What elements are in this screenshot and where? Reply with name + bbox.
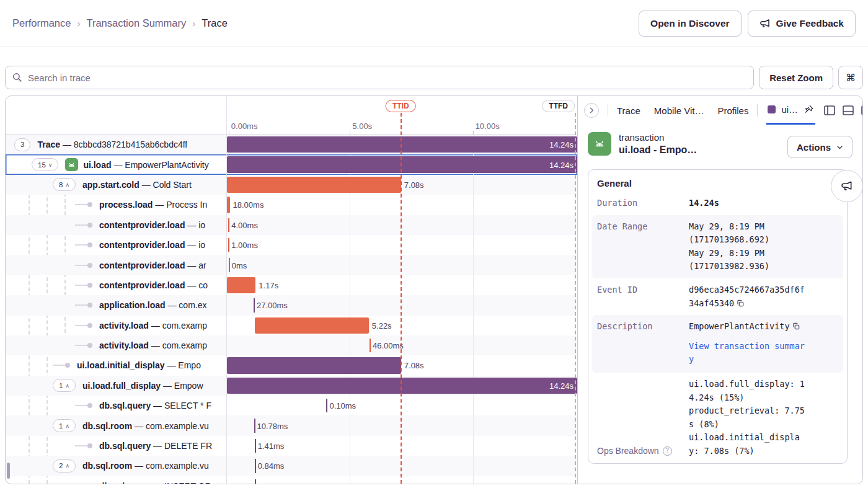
- trace-row-name[interactable]: 8∧app.start.cold — Cold Start: [6, 175, 227, 195]
- trace-row-name[interactable]: 2∧db.sql.room — com.example.vu: [6, 456, 227, 476]
- trace-row-name[interactable]: process.load — Process In: [6, 195, 227, 215]
- trace-row-name[interactable]: db.sql.query — DELETE FR: [6, 436, 227, 456]
- tab-ui-load-active[interactable]: ui…: [766, 96, 815, 125]
- span-desc: — com.ex: [166, 300, 207, 310]
- trace-row-name[interactable]: 1∧ui.load.full_display — Empow: [6, 376, 227, 396]
- trace-row[interactable]: contentprovider.load — io1.00ms: [6, 235, 577, 255]
- child-count-badge[interactable]: 1∧: [53, 379, 76, 392]
- span-duration-bar[interactable]: 14.24s: [227, 378, 577, 394]
- shortcut-button[interactable]: ⌘: [838, 66, 863, 89]
- breadcrumb-performance[interactable]: Performance: [12, 17, 71, 29]
- trace-row[interactable]: contentprovider.load — ar0ms: [6, 255, 577, 275]
- span-duration-tick[interactable]: [255, 479, 256, 484]
- trace-row-name[interactable]: db.sql.query — INSERT OR: [6, 476, 227, 484]
- span-duration-tick[interactable]: [254, 419, 255, 432]
- trace-row[interactable]: process.load — Process In18.00ms: [6, 195, 577, 215]
- span-duration-bar[interactable]: 14.24s: [227, 156, 577, 172]
- layout-left-icon[interactable]: [824, 105, 835, 115]
- pin-icon[interactable]: [804, 104, 814, 115]
- trace-row[interactable]: 3Trace — 8cbbcd38721b415ab6cbdc4ff14.24s: [6, 135, 577, 154]
- trace-row[interactable]: 8∧app.start.cold — Cold Start7.08s: [6, 175, 577, 195]
- help-icon[interactable]: ?: [663, 446, 672, 456]
- tab-profiles[interactable]: Profiles: [717, 105, 748, 116]
- general-card: General Duration14.24sDate RangeMay 29, …: [588, 169, 848, 464]
- chevron-up-icon: ∧: [65, 383, 69, 389]
- layout-right-icon[interactable]: [861, 105, 863, 115]
- child-count-badge[interactable]: 8∧: [53, 178, 76, 191]
- trace-row[interactable]: 15∨ui.load — EmpowerPlantActivity14.24s: [6, 154, 577, 174]
- trace-row-name[interactable]: activity.load — com.examp: [6, 316, 227, 335]
- span-description: process.load — Process In: [99, 200, 207, 210]
- trace-row-name[interactable]: ui.load.initial_display — Empo: [6, 355, 227, 375]
- tree-connector-line: [75, 285, 87, 286]
- trace-row-name[interactable]: 15∨ui.load — EmpowerPlantActivity: [6, 154, 227, 174]
- trace-row[interactable]: db.sql.query — SELECT * F0.10ms: [6, 396, 577, 415]
- span-duration-bar[interactable]: [227, 357, 401, 373]
- copy-icon[interactable]: [790, 321, 800, 331]
- feedback-float-button[interactable]: [831, 170, 863, 202]
- span-duration-tick[interactable]: [370, 339, 371, 352]
- span-duration-bar[interactable]: [227, 177, 401, 193]
- span-duration-bar[interactable]: [227, 277, 255, 293]
- span-desc: — co: [185, 280, 208, 290]
- kv-value-line: May 29, 8:19 PM: [689, 247, 806, 260]
- actions-button[interactable]: Actions: [787, 136, 852, 158]
- trace-row[interactable]: application.load — com.ex27.00ms: [6, 295, 577, 315]
- trace-row[interactable]: 1∧db.sql.room — com.example.vu10.78ms: [6, 415, 577, 435]
- span-op: db.sql.query: [99, 481, 151, 484]
- span-duration-tick[interactable]: [228, 218, 229, 232]
- trace-row-bar-cell: 18.00ms: [227, 195, 577, 215]
- trace-row[interactable]: 1∧ui.load.full_display — Empow14.24s: [6, 376, 577, 396]
- trace-row[interactable]: ui.load.initial_display — Empo7.08s: [6, 355, 577, 375]
- trace-row[interactable]: activity.load — com.examp46.00ms: [6, 335, 577, 355]
- tab-trace[interactable]: Trace: [617, 105, 640, 116]
- trace-row-name[interactable]: 3Trace — 8cbbcd38721b415ab6cbdc4ff: [6, 135, 227, 154]
- trace-row-name[interactable]: contentprovider.load — io: [6, 235, 227, 255]
- tree-connector-line: [75, 244, 87, 246]
- span-op: application.load: [99, 300, 166, 310]
- span-duration-tick[interactable]: [254, 298, 255, 312]
- trace-row[interactable]: 2∧db.sql.room — com.example.vu0.84ms: [6, 456, 577, 476]
- span-duration-tick[interactable]: [326, 399, 327, 412]
- child-count-badge[interactable]: 1∧: [53, 419, 76, 432]
- vertical-scrollbar-thumb[interactable]: [7, 463, 10, 479]
- breadcrumb-transaction-summary[interactable]: Transaction Summary: [86, 17, 186, 29]
- span-duration-bar[interactable]: [227, 197, 230, 213]
- span-op: contentprovider.load: [99, 220, 185, 230]
- view-transaction-summary-link[interactable]: View transaction summary: [689, 340, 806, 366]
- reset-zoom-button[interactable]: Reset Zoom: [759, 66, 833, 89]
- trace-row-bar-cell: 0.78: [227, 476, 577, 484]
- trace-row-name[interactable]: contentprovider.load — ar: [6, 255, 227, 275]
- child-count-badge[interactable]: 2∧: [53, 459, 76, 472]
- trace-row-name[interactable]: application.load — com.ex: [6, 295, 227, 315]
- span-duration-bar[interactable]: 14.24s: [227, 136, 577, 153]
- search-input[interactable]: [5, 66, 754, 89]
- give-feedback-button[interactable]: Give Feedback: [748, 11, 856, 37]
- trace-row-name[interactable]: contentprovider.load — co: [6, 275, 227, 295]
- trace-row[interactable]: db.sql.query — DELETE FR1.41ms: [6, 436, 577, 456]
- trace-row-name[interactable]: contentprovider.load — io: [6, 215, 227, 235]
- trace-row-bar-cell: 46.00ms: [227, 335, 577, 355]
- copy-icon[interactable]: [734, 298, 745, 308]
- reset-zoom-label: Reset Zoom: [769, 73, 823, 83]
- trace-row-name[interactable]: activity.load — com.examp: [6, 335, 227, 355]
- trace-row-name[interactable]: db.sql.query — SELECT * F: [6, 396, 227, 415]
- trace-row[interactable]: activity.load — com.examp5.22s: [6, 316, 577, 335]
- expand-panel-button[interactable]: [584, 103, 599, 118]
- child-count-badge[interactable]: 3: [14, 138, 30, 151]
- tab-mobile-vit-[interactable]: Mobile Vit…: [654, 105, 704, 116]
- span-description: app.start.cold — Cold Start: [82, 180, 192, 190]
- trace-row-name[interactable]: 1∧db.sql.room — com.example.vu: [6, 415, 227, 435]
- trace-row[interactable]: contentprovider.load — co1.17s: [6, 275, 577, 295]
- trace-row[interactable]: contentprovider.load — io4.00ms: [6, 215, 577, 235]
- chevron-up-icon: ∧: [65, 423, 69, 429]
- layout-bottom-icon[interactable]: [843, 105, 854, 115]
- span-duration-tick[interactable]: [255, 439, 256, 453]
- child-count-badge[interactable]: 15∨: [32, 158, 58, 171]
- open-in-discover-button[interactable]: Open in Discover: [639, 11, 741, 37]
- span-duration-tick[interactable]: [228, 238, 229, 252]
- span-duration-bar[interactable]: [255, 317, 369, 334]
- span-duration-tick[interactable]: [255, 459, 256, 472]
- span-duration-tick[interactable]: [229, 258, 230, 272]
- trace-row[interactable]: db.sql.query — INSERT OR0.78: [6, 476, 577, 484]
